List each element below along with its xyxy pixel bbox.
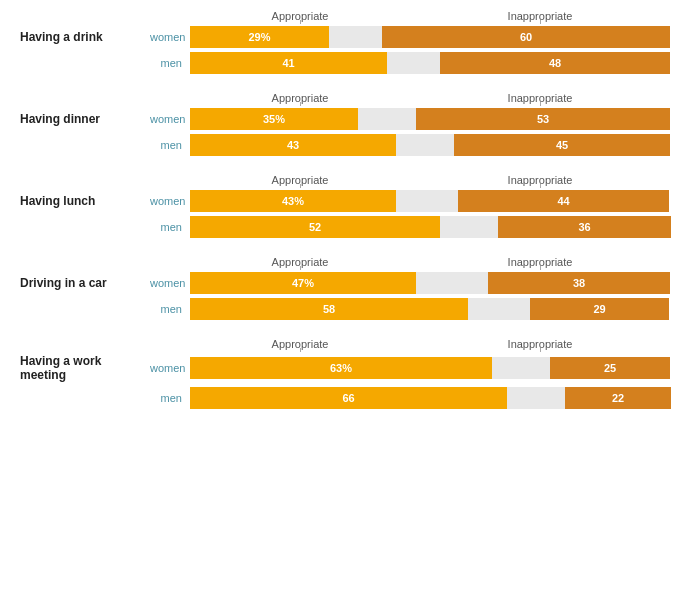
bar-row: men5236 (20, 216, 680, 238)
bars-container: 4345 (190, 134, 680, 156)
gender-label: men (150, 303, 190, 315)
axis-appropriate-label: Appropriate (180, 174, 420, 186)
category-label: Having a drink (20, 30, 150, 44)
axis-labels: Appropriate Inappropriate (180, 338, 680, 350)
gender-label: women (150, 31, 190, 43)
gap-bar (396, 134, 454, 156)
inappropriate-bar: 29 (530, 298, 669, 320)
appropriate-bar: 43 (190, 134, 396, 156)
section-having-a-work-meeting: Appropriate Inappropriate Having a work … (20, 338, 680, 409)
bar-row: men5829 (20, 298, 680, 320)
appropriate-bar: 29% (190, 26, 329, 48)
section-having-dinner: Appropriate Inappropriate Having dinnerw… (20, 92, 680, 156)
axis-inappropriate-label: Inappropriate (420, 256, 660, 268)
gap-bar (492, 357, 550, 379)
axis-inappropriate-label: Inappropriate (420, 174, 660, 186)
gender-label: women (150, 277, 190, 289)
chart-container: Appropriate Inappropriate Having a drink… (20, 10, 680, 409)
bars-container: 4148 (190, 52, 680, 74)
axis-labels: Appropriate Inappropriate (180, 92, 680, 104)
category-label: Having lunch (20, 194, 150, 208)
gap-bar (396, 190, 458, 212)
appropriate-bar: 52 (190, 216, 440, 238)
row-group: Having a drinkwomen29%60men4148 (20, 26, 680, 74)
section-having-a-drink: Appropriate Inappropriate Having a drink… (20, 10, 680, 74)
axis-labels: Appropriate Inappropriate (180, 10, 680, 22)
bar-row: Driving in a carwomen47%38 (20, 272, 680, 294)
bar-row: Having a drinkwomen29%60 (20, 26, 680, 48)
appropriate-bar: 43% (190, 190, 396, 212)
gap-bar (507, 387, 565, 409)
axis-appropriate-label: Appropriate (180, 92, 420, 104)
gender-label: men (150, 221, 190, 233)
row-group: Having dinnerwomen35%53men4345 (20, 108, 680, 156)
bars-container: 43%44 (190, 190, 680, 212)
inappropriate-bar: 38 (488, 272, 670, 294)
row-group: Driving in a carwomen47%38men5829 (20, 272, 680, 320)
bars-container: 63%25 (190, 357, 680, 379)
gap-bar (416, 272, 488, 294)
appropriate-bar: 35% (190, 108, 358, 130)
inappropriate-bar: 25 (550, 357, 670, 379)
bars-container: 29%60 (190, 26, 680, 48)
inappropriate-bar: 44 (458, 190, 669, 212)
section-driving-in-a-car: Appropriate Inappropriate Driving in a c… (20, 256, 680, 320)
gender-label: women (150, 195, 190, 207)
axis-inappropriate-label: Inappropriate (420, 10, 660, 22)
gender-label: women (150, 113, 190, 125)
row-group: Having a work meetingwomen63%25men6622 (20, 354, 680, 409)
category-label: Driving in a car (20, 276, 150, 290)
inappropriate-bar: 45 (454, 134, 670, 156)
bar-row: men4345 (20, 134, 680, 156)
inappropriate-bar: 60 (382, 26, 670, 48)
category-label: Having a work meeting (20, 354, 150, 383)
appropriate-bar: 41 (190, 52, 387, 74)
axis-appropriate-label: Appropriate (180, 256, 420, 268)
bar-row: Having a work meetingwomen63%25 (20, 354, 680, 383)
section-having-lunch: Appropriate Inappropriate Having lunchwo… (20, 174, 680, 238)
appropriate-bar: 47% (190, 272, 416, 294)
bar-row: Having dinnerwomen35%53 (20, 108, 680, 130)
inappropriate-bar: 36 (498, 216, 671, 238)
axis-labels: Appropriate Inappropriate (180, 174, 680, 186)
inappropriate-bar: 48 (440, 52, 670, 74)
row-group: Having lunchwomen43%44men5236 (20, 190, 680, 238)
bars-container: 5236 (190, 216, 680, 238)
gap-bar (329, 26, 382, 48)
gender-label: women (150, 362, 190, 374)
axis-appropriate-label: Appropriate (180, 338, 420, 350)
inappropriate-bar: 22 (565, 387, 671, 409)
gender-label: men (150, 392, 190, 404)
category-label: Having dinner (20, 112, 150, 126)
bars-container: 35%53 (190, 108, 680, 130)
appropriate-bar: 66 (190, 387, 507, 409)
bars-container: 47%38 (190, 272, 680, 294)
gap-bar (358, 108, 416, 130)
bars-container: 6622 (190, 387, 680, 409)
gap-bar (468, 298, 530, 320)
gap-bar (440, 216, 498, 238)
bar-row: Having lunchwomen43%44 (20, 190, 680, 212)
axis-inappropriate-label: Inappropriate (420, 338, 660, 350)
axis-labels: Appropriate Inappropriate (180, 256, 680, 268)
appropriate-bar: 63% (190, 357, 492, 379)
gender-label: men (150, 139, 190, 151)
axis-inappropriate-label: Inappropriate (420, 92, 660, 104)
bars-container: 5829 (190, 298, 680, 320)
inappropriate-bar: 53 (416, 108, 670, 130)
gender-label: men (150, 57, 190, 69)
bar-row: men6622 (20, 387, 680, 409)
gap-bar (387, 52, 440, 74)
axis-appropriate-label: Appropriate (180, 10, 420, 22)
bar-row: men4148 (20, 52, 680, 74)
appropriate-bar: 58 (190, 298, 468, 320)
